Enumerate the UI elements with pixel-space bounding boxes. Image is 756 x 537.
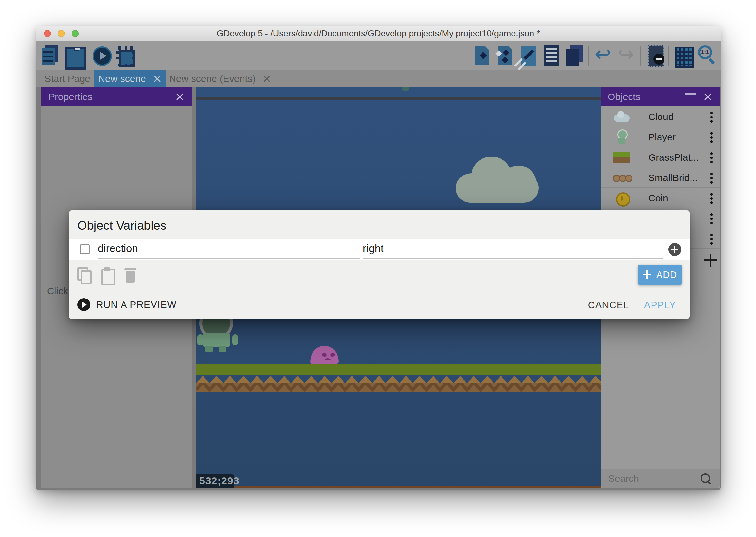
lower-platform-edge [196,486,601,488]
debug-icon [115,45,134,67]
variable-checkbox[interactable] [80,244,90,254]
tab-start-page[interactable]: Start Page [41,70,94,87]
tab-label: Start Page [45,73,90,84]
layers-list-button[interactable] [542,45,560,67]
add-child-variable-icon[interactable] [668,243,681,256]
project-manager-button[interactable] [40,45,59,67]
small-bridge-thumbnail-icon [613,170,631,186]
close-tab-icon[interactable] [153,74,162,83]
instances-list-icon [565,45,584,67]
instances-list-button[interactable] [565,45,584,67]
scene-window-button[interactable] [63,45,82,67]
toolbar-divider [668,46,669,66]
close-objects-panel-icon[interactable] [704,93,712,101]
grass-platform-top[interactable] [196,364,601,375]
toggle-mask-button[interactable] [645,45,664,67]
object-row-grassplatform[interactable]: GrassPlat... [601,147,720,168]
run-preview-button[interactable]: RUN A PREVIEW [77,298,177,311]
properties-panel-header: Properties [41,87,192,106]
enemy-eye [321,352,327,357]
debug-button[interactable] [115,45,134,67]
variable-row [69,239,690,260]
zoom-one-to-one-button[interactable]: 1:1 [697,45,715,67]
scene-window-border [196,98,601,100]
properties-panel-title: Properties [48,91,176,102]
enemy-eye [330,352,335,357]
variable-value-input[interactable] [363,239,663,259]
editor-tabbar: Start Page New scene New scene (Events) [36,70,721,87]
object-menu-icon[interactable] [706,172,717,185]
play-button[interactable] [92,45,111,67]
object-name: Coin [648,188,668,208]
variable-name-input[interactable] [98,239,359,259]
object-menu-icon[interactable] [706,131,717,144]
window-title: GDevelop 5 - /Users/david/Documents/GDev… [36,26,721,41]
edit-object-button[interactable] [472,45,491,67]
magnifier-tail [708,58,715,65]
tab-label: New scene [98,73,146,84]
window-titlebar: GDevelop 5 - /Users/david/Documents/GDev… [36,26,721,41]
close-properties-panel-icon[interactable] [176,93,184,101]
tab-new-scene[interactable]: New scene [94,70,166,87]
close-tab-icon[interactable] [263,74,271,83]
paste-button[interactable] [101,267,115,283]
edit-properties-icon [519,45,537,67]
dialog-title: Object Variables [77,219,167,233]
object-menu-icon[interactable] [706,111,717,124]
add-variable-label: ADD [656,269,677,280]
toolbar-divider [640,46,641,66]
layers-list-icon [542,45,560,67]
offscreen-object-edge [401,87,409,91]
main-toolbar: 1:1 [36,41,721,70]
cloud-thumbnail-icon [613,109,631,125]
toggle-grid-button[interactable] [673,45,692,67]
edit-properties-button[interactable] [519,45,537,67]
undo-button[interactable] [593,45,612,67]
zoom-ratio-label: 1:1 [698,45,712,60]
object-row-smallbridge[interactable]: SmallBrid... [601,168,720,188]
delete-button[interactable] [124,267,139,283]
object-row-coin[interactable]: Coin [601,188,720,208]
edit-object-icon [472,45,491,67]
objects-search-input[interactable] [608,469,699,488]
filter-icon[interactable] [685,93,697,101]
tab-new-scene-events[interactable]: New scene (Events) [166,70,274,87]
grass-platform-thumbnail-icon [613,150,631,165]
plus-icon [643,270,651,279]
object-row-cloud[interactable]: Cloud [601,106,720,127]
tab-label: New scene (Events) [169,73,255,84]
play-preview-icon [77,298,90,311]
add-object-icon[interactable] [703,252,717,268]
apply-button[interactable]: APPLY [644,300,676,310]
scene-window-icon [63,45,82,67]
object-menu-icon[interactable] [706,152,717,165]
zoom-one-to-one-icon: 1:1 [697,45,715,67]
object-menu-icon[interactable] [706,233,717,246]
cloud-sprite[interactable] [456,156,539,203]
object-name: Player [648,127,676,147]
dialog-actions: CANCEL APPLY [588,300,676,310]
run-preview-label: RUN A PREVIEW [96,299,177,310]
player-arm [232,334,238,345]
object-menu-icon[interactable] [706,213,717,226]
add-variable-button[interactable]: ADD [638,265,682,285]
objects-panel-title: Objects [608,91,685,102]
toolbar-divider [87,46,88,66]
redo-button[interactable] [617,45,635,67]
edit-object-groups-button[interactable] [495,45,514,67]
coin-thumbnail-icon [613,190,631,206]
copy-icon [77,267,92,283]
player-thumbnail-icon [613,129,631,145]
object-menu-icon[interactable] [706,192,717,205]
object-row-player[interactable]: Player [601,127,720,147]
copy-button[interactable] [77,267,92,283]
object-name: GrassPlat... [648,147,699,168]
slime-enemy-sprite[interactable] [310,346,339,364]
player-body [203,333,230,347]
toggle-grid-icon [673,45,692,67]
edit-object-groups-icon [495,45,514,67]
toggle-mask-icon [645,45,664,67]
cancel-button[interactable]: CANCEL [588,300,629,310]
redo-icon [617,45,635,67]
player-leg [219,346,226,352]
